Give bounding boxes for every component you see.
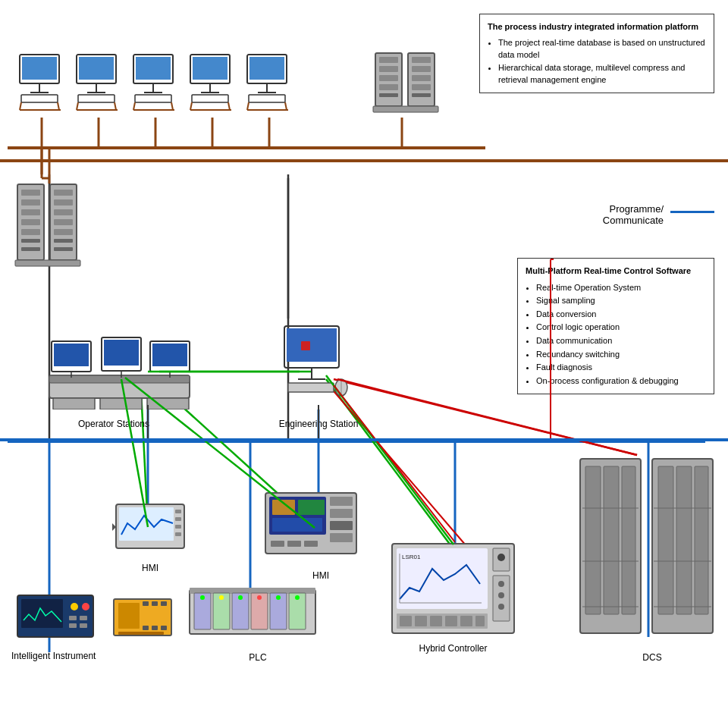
svg-rect-148 (80, 623, 87, 628)
server-rack-left-mid (14, 180, 82, 279)
workstation-3 (127, 53, 184, 118)
hmi-1 (112, 500, 188, 557)
svg-rect-93 (54, 199, 73, 206)
svg-rect-78 (412, 66, 431, 72)
operator-stations-label: Operator Stations (68, 419, 159, 429)
svg-rect-140 (304, 541, 318, 547)
svg-rect-156 (161, 626, 167, 630)
info-box-mid: Multi-Platform Real-time Control Softwar… (517, 258, 714, 394)
engineering-station-label: Engineering Station (277, 419, 360, 429)
svg-rect-139 (287, 541, 301, 547)
svg-rect-127 (175, 532, 181, 536)
svg-rect-47 (136, 57, 171, 80)
svg-rect-103 (100, 398, 142, 410)
info-mid-list: Real-time Operation System Signal sampli… (536, 281, 706, 388)
svg-rect-66 (249, 95, 285, 102)
svg-rect-192 (604, 466, 619, 614)
svg-rect-75 (379, 93, 398, 97)
workstation-4 (184, 53, 241, 118)
svg-rect-90 (21, 247, 40, 251)
svg-rect-92 (54, 190, 73, 196)
svg-rect-153 (161, 601, 167, 606)
svg-rect-157 (118, 632, 164, 635)
svg-rect-200 (695, 466, 708, 614)
svg-rect-131 (272, 500, 295, 515)
svg-rect-199 (676, 466, 692, 614)
blue-bus-line (0, 438, 728, 441)
svg-rect-119 (288, 383, 334, 392)
info-mid-item-8: On-process configuration & debugging (536, 375, 706, 388)
svg-rect-180 (430, 616, 442, 626)
svg-rect-104 (147, 398, 189, 410)
hybrid-controller-label: Hybrid Controller (394, 643, 512, 654)
svg-rect-58 (192, 95, 228, 102)
svg-rect-89 (21, 239, 40, 243)
svg-line-59 (190, 102, 192, 110)
svg-rect-96 (54, 229, 73, 235)
svg-rect-124 (175, 510, 181, 513)
svg-rect-80 (412, 84, 431, 90)
svg-rect-137 (330, 533, 353, 542)
svg-rect-88 (21, 229, 40, 235)
svg-line-44 (115, 102, 116, 110)
svg-rect-84 (21, 190, 40, 196)
svg-rect-95 (54, 219, 73, 225)
svg-rect-132 (298, 500, 325, 515)
svg-point-189 (498, 604, 504, 610)
info-mid-item-2: Signal sampling (536, 294, 706, 308)
svg-line-52 (171, 102, 173, 110)
programme-communicate-label: Programme/Communicate (603, 203, 664, 226)
svg-rect-81 (412, 93, 431, 97)
intelligent-instrument-label: Intelligent Instrument (11, 651, 95, 661)
info-mid-item-3: Data conversion (536, 308, 706, 322)
svg-rect-86 (21, 209, 40, 215)
svg-rect-145 (69, 616, 77, 620)
svg-rect-97 (54, 239, 73, 243)
svg-rect-109 (104, 340, 139, 366)
svg-rect-101 (49, 375, 190, 383)
svg-rect-73 (379, 75, 398, 81)
svg-line-68 (285, 102, 287, 110)
svg-rect-125 (175, 517, 181, 521)
svg-rect-191 (585, 466, 601, 614)
info-top-title: The process industry integrated informat… (488, 20, 706, 33)
svg-point-168 (238, 595, 243, 600)
svg-rect-133 (272, 518, 322, 532)
svg-line-67 (247, 102, 249, 110)
plc-label: PLC (220, 652, 296, 663)
svg-text:LSR01: LSR01 (402, 554, 421, 560)
hybrid-controller: LSR01 (391, 542, 516, 637)
info-top-item-2: Hierarchical data storage, multilevel co… (498, 61, 706, 86)
svg-rect-146 (80, 616, 87, 620)
svg-line-43 (77, 102, 78, 110)
svg-rect-142 (21, 599, 63, 628)
svg-rect-183 (475, 616, 485, 626)
plc-rack (188, 584, 317, 645)
svg-point-187 (498, 581, 504, 587)
svg-rect-147 (69, 623, 77, 628)
svg-point-185 (497, 554, 505, 561)
svg-rect-106 (54, 344, 89, 366)
svg-rect-155 (152, 626, 158, 630)
svg-rect-82 (373, 106, 438, 112)
svg-line-35 (20, 102, 21, 110)
svg-line-36 (58, 102, 59, 110)
info-box-top: The process industry integrated informat… (479, 14, 714, 93)
svg-point-170 (276, 595, 281, 600)
svg-rect-193 (622, 466, 635, 614)
svg-rect-154 (143, 626, 149, 630)
svg-rect-50 (135, 95, 171, 102)
info-mid-item-5: Data communication (536, 334, 706, 348)
hmi1-label: HMI (124, 563, 177, 573)
svg-rect-31 (22, 57, 57, 80)
svg-rect-102 (53, 398, 95, 410)
svg-rect-87 (21, 219, 40, 225)
svg-rect-126 (175, 525, 181, 529)
engineering-station (277, 322, 353, 410)
workstation-1 (14, 53, 71, 118)
svg-rect-34 (21, 95, 58, 102)
hmi2-label: HMI (294, 570, 347, 581)
svg-rect-182 (460, 616, 472, 626)
prog-line (670, 211, 714, 213)
info-mid-item-7: Fault diagnosis (536, 361, 706, 375)
